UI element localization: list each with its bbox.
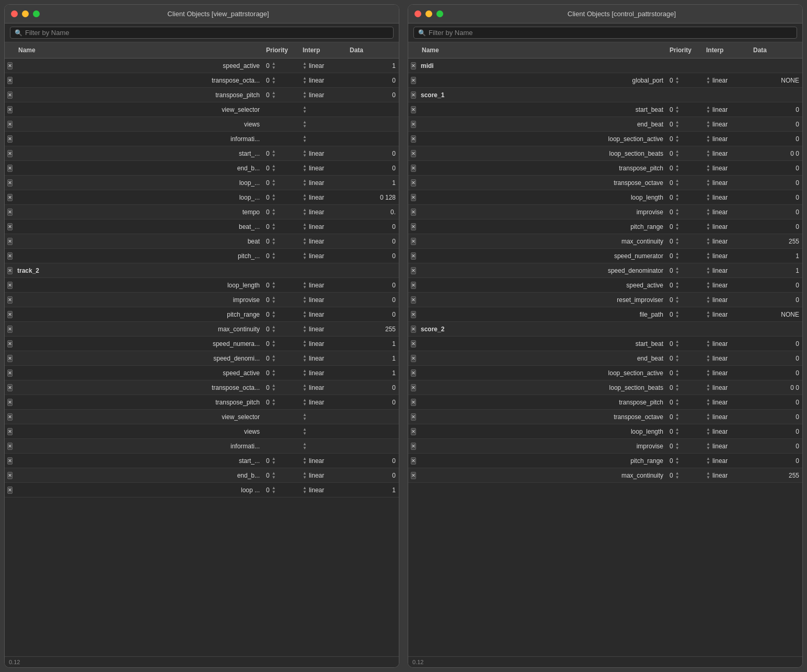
row-icon[interactable]: ✕ — [408, 354, 419, 363]
row-icon[interactable]: ✕ — [408, 178, 419, 188]
priority-stepper[interactable]: ▲▼ — [675, 149, 679, 158]
priority-stepper[interactable]: ▲▼ — [675, 120, 679, 129]
priority-stepper[interactable]: ▲▼ — [675, 237, 679, 246]
row-icon[interactable]: ✕ — [408, 398, 419, 407]
search-wrapper-left[interactable]: 🔍 — [10, 27, 394, 39]
priority-stepper[interactable]: ▲▼ — [675, 384, 679, 392]
interp-stepper[interactable]: ▲▼ — [303, 398, 307, 407]
row-icon[interactable]: ✕ — [5, 222, 15, 231]
table-row[interactable]: ✕speed_numera...0▲▼▲▼linear1 — [5, 337, 399, 351]
priority-stepper[interactable]: ▲▼ — [675, 267, 679, 275]
row-icon[interactable]: ✕ — [408, 90, 419, 100]
row-icon[interactable]: ✕ — [408, 281, 419, 290]
priority-stepper[interactable]: ▲▼ — [272, 296, 276, 304]
table-row[interactable]: ✕score_2 — [408, 322, 802, 337]
priority-stepper[interactable]: ▲▼ — [675, 340, 679, 348]
priority-stepper[interactable]: ▲▼ — [272, 164, 276, 172]
table-row[interactable]: ✕loop_...0▲▼▲▼linear0 128 — [5, 190, 399, 205]
table-row[interactable]: ✕loop_...0▲▼▲▼linear1 — [5, 176, 399, 190]
table-row[interactable]: ✕end_b...0▲▼▲▼linear0 — [5, 468, 399, 483]
interp-stepper[interactable]: ▲▼ — [303, 457, 307, 465]
table-row[interactable]: ✕transpose_octave0▲▼▲▼linear0 — [408, 176, 802, 190]
priority-stepper[interactable]: ▲▼ — [272, 384, 276, 392]
interp-stepper[interactable]: ▲▼ — [303, 486, 307, 494]
row-icon[interactable]: ✕ — [408, 427, 419, 436]
priority-stepper[interactable]: ▲▼ — [272, 471, 276, 480]
row-icon[interactable]: ✕ — [5, 90, 15, 100]
table-row[interactable]: ✕end_b...0▲▼▲▼linear0 — [5, 161, 399, 176]
priority-stepper[interactable]: ▲▼ — [272, 252, 276, 260]
priority-stepper[interactable]: ▲▼ — [675, 354, 679, 363]
row-icon[interactable]: ✕ — [408, 149, 419, 158]
interp-stepper[interactable]: ▲▼ — [706, 442, 710, 450]
table-row[interactable]: ✕score_1 — [408, 88, 802, 102]
row-icon[interactable]: ✕ — [5, 354, 15, 363]
interp-stepper[interactable]: ▲▼ — [303, 471, 307, 480]
minimize-button[interactable] — [22, 10, 29, 17]
maximize-button-right[interactable] — [436, 10, 443, 17]
row-icon[interactable]: ✕ — [408, 120, 419, 129]
table-row[interactable]: ✕speed_active0▲▼▲▼linear1 — [5, 366, 399, 380]
interp-stepper[interactable]: ▲▼ — [706, 369, 710, 377]
priority-stepper[interactable]: ▲▼ — [272, 281, 276, 289]
table-row[interactable]: ✕transpose_pitch0▲▼▲▼linear0 — [5, 88, 399, 102]
interp-stepper[interactable]: ▲▼ — [706, 471, 710, 480]
priority-stepper[interactable]: ▲▼ — [272, 179, 276, 187]
priority-stepper[interactable]: ▲▼ — [272, 76, 276, 85]
row-icon[interactable]: ✕ — [5, 485, 15, 495]
table-row[interactable]: ✕start_beat0▲▼▲▼linear0 — [408, 102, 802, 117]
row-icon[interactable]: ✕ — [5, 398, 15, 407]
interp-stepper[interactable]: ▲▼ — [303, 310, 307, 319]
table-row[interactable]: ✕reset_improviser0▲▼▲▼linear0 — [408, 293, 802, 307]
interp-stepper[interactable]: ▲▼ — [303, 369, 307, 377]
row-icon[interactable]: ✕ — [408, 76, 419, 85]
interp-stepper[interactable]: ▲▼ — [706, 384, 710, 392]
priority-stepper[interactable]: ▲▼ — [675, 442, 679, 450]
table-row[interactable]: ✕global_port0▲▼▲▼linearNONE — [408, 73, 802, 88]
priority-stepper[interactable]: ▲▼ — [272, 340, 276, 348]
interp-stepper[interactable]: ▲▼ — [303, 62, 307, 70]
priority-stepper[interactable]: ▲▼ — [272, 149, 276, 158]
interp-stepper[interactable]: ▲▼ — [706, 427, 710, 436]
priority-stepper[interactable]: ▲▼ — [272, 310, 276, 319]
interp-stepper[interactable]: ▲▼ — [706, 340, 710, 348]
table-row[interactable]: ✕transpose_octa...0▲▼▲▼linear0 — [5, 73, 399, 88]
row-icon[interactable]: ✕ — [5, 339, 15, 349]
table-row[interactable]: ✕start_beat0▲▼▲▼linear0 — [408, 337, 802, 351]
priority-stepper[interactable]: ▲▼ — [272, 91, 276, 99]
row-icon[interactable]: ✕ — [408, 325, 419, 334]
table-row[interactable]: ✕beat0▲▼▲▼linear0 — [5, 234, 399, 249]
row-icon[interactable]: ✕ — [408, 383, 419, 392]
interp-stepper[interactable]: ▲▼ — [706, 106, 710, 114]
close-button[interactable] — [11, 10, 18, 17]
interp-stepper[interactable]: ▲▼ — [706, 354, 710, 363]
row-icon[interactable]: ✕ — [408, 339, 419, 349]
table-row[interactable]: ✕track_2 — [5, 263, 399, 278]
row-icon[interactable]: ✕ — [408, 193, 419, 202]
row-icon[interactable]: ✕ — [5, 383, 15, 392]
row-icon[interactable]: ✕ — [5, 134, 15, 144]
row-icon[interactable]: ✕ — [408, 310, 419, 319]
table-row[interactable]: ✕transpose_pitch0▲▼▲▼linear0 — [408, 161, 802, 176]
search-input-left[interactable] — [25, 29, 389, 37]
interp-stepper[interactable]: ▲▼ — [303, 384, 307, 392]
priority-stepper[interactable]: ▲▼ — [675, 369, 679, 377]
table-row[interactable]: ✕start_...0▲▼▲▼linear0 — [5, 146, 399, 161]
row-icon[interactable]: ✕ — [408, 251, 419, 261]
interp-stepper[interactable]: ▲▼ — [303, 252, 307, 260]
table-row[interactable]: ✕view_selector▲▼ — [5, 410, 399, 424]
interp-stepper[interactable]: ▲▼ — [303, 354, 307, 363]
table-row[interactable]: ✕pitch_range0▲▼▲▼linear0 — [5, 307, 399, 322]
table-row[interactable]: ✕loop_length0▲▼▲▼linear0 — [408, 190, 802, 205]
priority-stepper[interactable]: ▲▼ — [272, 208, 276, 216]
row-icon[interactable]: ✕ — [408, 222, 419, 231]
interp-stepper[interactable]: ▲▼ — [303, 164, 307, 172]
table-row[interactable]: ✕tempo0▲▼▲▼linear0. — [5, 205, 399, 219]
row-icon[interactable]: ✕ — [408, 456, 419, 466]
table-row[interactable]: ✕speed_numerator0▲▼▲▼linear1 — [408, 249, 802, 263]
interp-stepper[interactable]: ▲▼ — [303, 237, 307, 246]
interp-stepper[interactable]: ▲▼ — [303, 427, 307, 436]
table-row[interactable]: ✕transpose_octa...0▲▼▲▼linear0 — [5, 380, 399, 395]
row-icon[interactable]: ✕ — [5, 456, 15, 466]
table-row[interactable]: ✕speed_denomi...0▲▼▲▼linear1 — [5, 351, 399, 366]
